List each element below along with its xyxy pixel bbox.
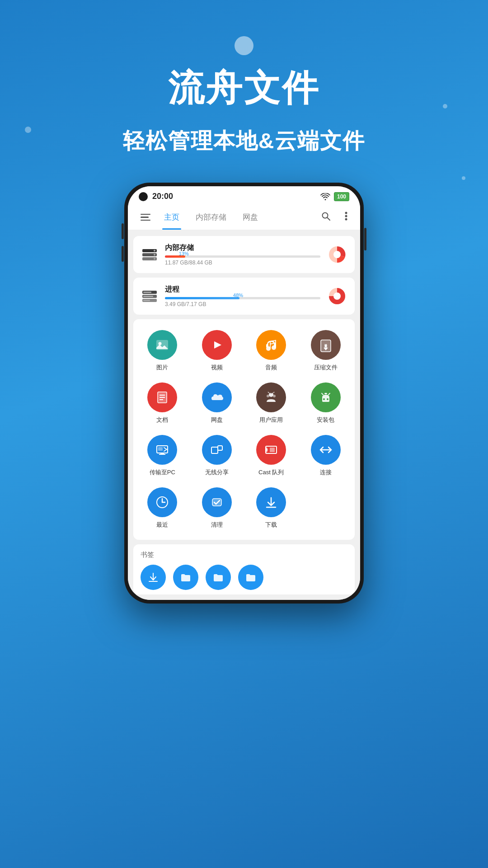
status-time: 20:00: [152, 192, 173, 201]
status-left: 20:00: [139, 192, 173, 201]
svg-rect-46: [211, 447, 218, 453]
netdisk-icon: [210, 390, 224, 405]
process-progress-fill: 48%: [165, 297, 239, 299]
status-bar: 20:00 100: [128, 186, 360, 205]
cast-label: Cast 队列: [258, 468, 284, 476]
app-item-topc[interactable]: 传输至PC: [137, 431, 188, 480]
svg-rect-47: [218, 446, 222, 450]
apk-icon: [319, 390, 333, 405]
bookmark-item-1[interactable]: [141, 565, 166, 590]
internal-storage-card[interactable]: 内部存储 13% 11.87 GB/88.44 GB: [133, 236, 355, 273]
hamburger-menu[interactable]: [135, 208, 156, 227]
bookmarks-row: [141, 565, 347, 590]
apk-icon-circle: [311, 382, 341, 412]
app-item-photos[interactable]: 图片: [137, 326, 188, 375]
docs-icon: [155, 390, 169, 405]
svg-point-10: [154, 258, 155, 260]
battery-icon: 100: [334, 192, 349, 201]
archive-icon: [319, 338, 333, 352]
more-options-button[interactable]: [341, 208, 351, 226]
navigation-bar: 主页 内部存储 网盘: [128, 205, 360, 231]
nav-tabs: 主页 内部存储 网盘: [156, 205, 316, 230]
bookmark-download-icon: [147, 571, 159, 583]
app-item-download[interactable]: 下载: [246, 484, 297, 533]
topc-label: 传输至PC: [150, 468, 175, 476]
download-label: 下载: [265, 521, 277, 529]
wireless-icon-circle: [202, 435, 232, 465]
hamburger-icon: [141, 214, 150, 221]
app-item-audio[interactable]: 音频: [246, 326, 297, 375]
svg-point-40: [327, 398, 328, 400]
svg-rect-17: [143, 296, 153, 297]
svg-marker-23: [214, 341, 221, 349]
bookmark-folder-icon-3: [245, 571, 257, 583]
wireless-label: 无线分享: [205, 468, 229, 476]
app-item-clean[interactable]: 清理: [192, 484, 243, 533]
recent-icon-circle: [147, 487, 177, 517]
svg-point-12: [333, 251, 341, 258]
apps-label: 用户应用: [259, 416, 283, 424]
svg-rect-45: [158, 447, 163, 451]
svg-rect-18: [143, 300, 150, 301]
download-icon: [264, 495, 278, 509]
app-item-netdisk[interactable]: 网盘: [192, 379, 243, 428]
process-storage-info: 进程 48% 3.49 GB/7.17 GB: [165, 285, 320, 307]
camera-hole: [139, 192, 148, 201]
app-item-video[interactable]: 视频: [192, 326, 243, 375]
phone-mockup: 20:00 100: [124, 183, 364, 604]
process-icon: [141, 288, 158, 304]
bookmark-item-4[interactable]: [238, 565, 263, 590]
app-item-archive[interactable]: 压缩文件: [300, 326, 352, 375]
app-grid: 图片 视频: [137, 326, 351, 533]
process-card[interactable]: 进程 48% 3.49 GB/7.17 GB: [133, 278, 355, 315]
app-item-apps[interactable]: 用户应用: [246, 379, 297, 428]
app-item-docs[interactable]: 文档: [137, 379, 188, 428]
topc-icon: [155, 443, 169, 457]
process-pie-chart: [328, 287, 347, 306]
process-progress-bar: 48%: [165, 297, 320, 299]
svg-rect-41: [324, 393, 327, 394]
photos-icon: [155, 338, 169, 352]
audio-icon-circle: [256, 330, 286, 360]
wireless-icon: [210, 443, 224, 457]
internal-storage-info: 内部存储 13% 11.87 GB/88.44 GB: [165, 243, 320, 266]
topc-icon-circle: [147, 435, 177, 465]
svg-point-39: [323, 398, 325, 400]
photos-label: 图片: [156, 363, 168, 372]
recent-label: 最近: [156, 521, 168, 529]
app-item-connect[interactable]: 连接: [300, 431, 352, 480]
audio-icon: [264, 338, 278, 352]
more-icon: [345, 212, 347, 221]
hero-dot: [235, 36, 253, 55]
clean-label: 清理: [211, 521, 223, 529]
app-item-wireless[interactable]: 无线分享: [192, 431, 243, 480]
audio-label: 音频: [265, 363, 277, 372]
app-item-apk[interactable]: 安装包: [300, 379, 352, 428]
app-grid-card: 图片 视频: [133, 319, 355, 540]
svg-point-3: [345, 215, 347, 217]
svg-line-1: [328, 218, 330, 221]
search-button[interactable]: [318, 208, 334, 226]
tab-home[interactable]: 主页: [156, 205, 188, 230]
svg-rect-50: [270, 448, 275, 452]
process-storage-size: 3.49 GB/7.17 GB: [165, 301, 320, 307]
video-icon-circle: [202, 330, 232, 360]
svg-point-37: [273, 395, 276, 397]
bookmark-item-2[interactable]: [173, 565, 198, 590]
connect-icon: [319, 443, 333, 457]
vol-up-button: [122, 223, 124, 239]
apps-icon-circle: [256, 382, 286, 412]
app-item-recent[interactable]: 最近: [137, 484, 188, 533]
connect-icon-circle: [311, 435, 341, 465]
tab-cloud[interactable]: 网盘: [235, 205, 266, 230]
svg-point-0: [323, 213, 328, 218]
app-item-cast[interactable]: Cast 队列: [246, 431, 297, 480]
phone-screen: 20:00 100: [128, 186, 360, 600]
status-right: 100: [320, 192, 349, 201]
svg-rect-38: [270, 392, 272, 393]
bookmarks-section: 书签: [133, 544, 355, 594]
cast-icon: [264, 443, 278, 457]
tab-internal-storage[interactable]: 内部存储: [188, 205, 235, 230]
connect-label: 连接: [320, 468, 332, 476]
bookmark-item-3[interactable]: [206, 565, 231, 590]
